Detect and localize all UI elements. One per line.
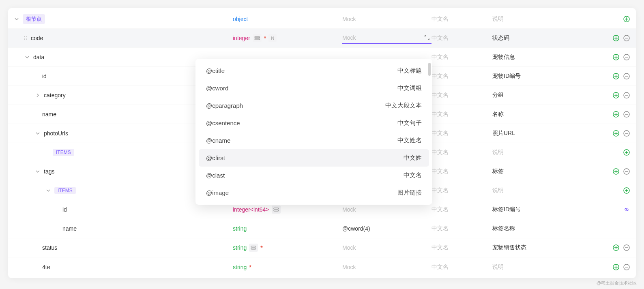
cn-placeholder[interactable]: 中文名 — [431, 34, 492, 42]
cn-placeholder[interactable]: 中文名 — [431, 54, 492, 61]
dropdown-item[interactable]: @image图片链接 — [199, 184, 429, 201]
cn-placeholder[interactable]: 中文名 — [431, 111, 492, 118]
caret-down-icon[interactable] — [14, 16, 19, 22]
add-icon[interactable] — [612, 244, 620, 251]
field-name[interactable]: tags — [44, 168, 54, 175]
desc-text[interactable]: 标签ID编号 — [492, 206, 605, 213]
field-name[interactable]: 4te — [42, 264, 50, 270]
remove-icon[interactable] — [623, 34, 630, 42]
field-name[interactable]: status — [42, 244, 57, 251]
mock-input[interactable] — [342, 32, 431, 44]
dropdown-item[interactable]: @ctitle中文标题 — [199, 62, 429, 79]
type-label[interactable]: object — [233, 16, 248, 22]
desc-text[interactable]: 状态码 — [492, 34, 605, 42]
mock-placeholder[interactable]: Mock — [342, 244, 431, 251]
cn-placeholder[interactable]: 中文名 — [431, 206, 492, 213]
field-name[interactable]: code — [31, 35, 43, 41]
cn-placeholder[interactable]: 中文名 — [431, 225, 492, 232]
expand-icon[interactable] — [423, 33, 431, 42]
settings-icon[interactable] — [253, 34, 262, 42]
add-icon[interactable] — [612, 92, 620, 99]
cn-placeholder[interactable]: 中文名 — [431, 130, 492, 137]
remove-icon[interactable] — [623, 244, 630, 251]
desc-text[interactable]: 宠物ID编号 — [492, 73, 605, 80]
field-name[interactable]: name — [42, 111, 56, 118]
dropdown-item[interactable]: @cname中文姓名 — [199, 132, 429, 149]
field-name[interactable]: data — [33, 54, 44, 60]
remove-icon[interactable] — [623, 263, 630, 271]
type-label[interactable]: string — [233, 244, 247, 251]
scrollbar[interactable] — [428, 63, 431, 76]
desc-placeholder[interactable]: 说明 — [492, 187, 605, 194]
add-icon[interactable] — [612, 111, 620, 118]
add-icon[interactable] — [612, 130, 620, 137]
remove-icon[interactable] — [623, 92, 630, 99]
cn-placeholder[interactable]: 中文名 — [431, 244, 492, 251]
dropdown-item[interactable]: @clast中文名 — [199, 167, 429, 184]
schema-panel: 根节点 object Mock 中文名 说明 code integer * — [8, 8, 636, 278]
mock-placeholder[interactable]: Mock — [342, 16, 431, 22]
desc-text[interactable]: 宠物信息 — [492, 54, 605, 61]
add-icon[interactable] — [623, 149, 630, 156]
required-icon: * — [264, 35, 266, 41]
type-label[interactable]: integer — [233, 35, 250, 41]
link-icon[interactable] — [623, 206, 630, 213]
nullable-badge[interactable]: N — [268, 34, 277, 42]
type-label[interactable]: integer<int64> — [233, 206, 269, 213]
watermark: @稀土掘金技术社区 — [597, 280, 637, 286]
row-4te: 4te string * Mock 中文名 说明 — [8, 257, 636, 276]
desc-text[interactable]: 标签名称 — [492, 225, 605, 232]
desc-text[interactable]: 名称 — [492, 111, 605, 118]
caret-down-icon[interactable] — [45, 188, 51, 193]
field-name[interactable]: id — [42, 73, 47, 79]
add-icon[interactable] — [612, 263, 620, 271]
dropdown-item[interactable]: @csentence中文句子 — [199, 114, 429, 132]
add-icon[interactable] — [612, 73, 620, 80]
caret-down-icon[interactable] — [35, 169, 41, 174]
add-icon[interactable] — [623, 187, 630, 194]
field-name[interactable]: category — [44, 92, 66, 98]
remove-icon[interactable] — [623, 111, 630, 118]
mock-value[interactable]: @cword(4) — [342, 225, 431, 232]
desc-placeholder[interactable]: 说明 — [492, 263, 605, 271]
drag-handle-icon[interactable] — [23, 36, 28, 41]
row-code: code integer * N 中文名 状态码 — [8, 29, 636, 48]
desc-text[interactable]: 分组 — [492, 92, 605, 99]
field-name[interactable]: id — [62, 206, 67, 213]
add-icon[interactable] — [612, 54, 620, 61]
caret-right-icon[interactable] — [35, 92, 41, 98]
type-label[interactable]: string — [233, 264, 247, 270]
remove-icon[interactable] — [623, 54, 630, 61]
remove-icon[interactable] — [623, 73, 630, 80]
cn-placeholder[interactable]: 中文名 — [431, 187, 492, 194]
add-icon[interactable] — [623, 15, 630, 23]
add-icon[interactable] — [612, 34, 620, 42]
desc-text[interactable]: 宠物销售状态 — [492, 244, 605, 251]
cn-placeholder[interactable]: 中文名 — [431, 168, 492, 175]
dropdown-item-highlighted[interactable]: @cfirst中文姓 — [199, 149, 429, 167]
remove-icon[interactable] — [623, 168, 630, 175]
caret-down-icon[interactable] — [35, 131, 41, 136]
desc-placeholder[interactable]: 说明 — [492, 149, 605, 156]
cn-placeholder[interactable]: 中文名 — [431, 149, 492, 156]
svg-rect-27 — [251, 246, 256, 247]
cn-placeholder[interactable]: 中文名 — [431, 92, 492, 99]
cn-placeholder[interactable]: 中文名 — [431, 15, 492, 23]
desc-text[interactable]: 照片URL — [492, 130, 605, 137]
mock-placeholder[interactable]: Mock — [342, 264, 431, 270]
desc-placeholder[interactable]: 说明 — [492, 15, 605, 23]
settings-icon[interactable] — [249, 244, 258, 252]
settings-icon[interactable] — [272, 206, 281, 214]
field-name[interactable]: name — [62, 225, 77, 232]
cn-placeholder[interactable]: 中文名 — [431, 263, 492, 271]
mock-placeholder[interactable]: Mock — [342, 206, 431, 213]
caret-down-icon[interactable] — [24, 54, 30, 60]
remove-icon[interactable] — [623, 130, 630, 137]
dropdown-item[interactable]: @cword中文词组 — [199, 79, 429, 97]
desc-text[interactable]: 标签 — [492, 168, 605, 175]
type-label[interactable]: string — [233, 225, 247, 232]
cn-placeholder[interactable]: 中文名 — [431, 73, 492, 80]
add-icon[interactable] — [612, 168, 620, 175]
field-name[interactable]: photoUrls — [44, 130, 68, 137]
dropdown-item[interactable]: @cparagraph中文大段文本 — [199, 97, 429, 114]
